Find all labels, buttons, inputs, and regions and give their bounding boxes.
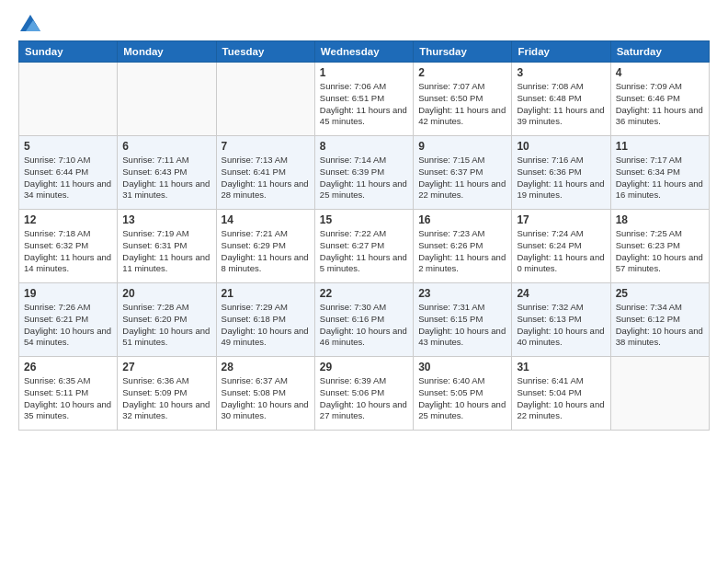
day-number: 9 [418,140,506,153]
day-info: Sunrise: 7:08 AM Sunset: 6:48 PM Dayligh… [517,81,605,128]
day-number: 11 [616,140,704,153]
day-info: Sunrise: 7:19 AM Sunset: 6:31 PM Dayligh… [122,228,210,275]
day-number: 5 [24,140,112,153]
calendar-header-row: SundayMondayTuesdayWednesdayThursdayFrid… [19,41,710,63]
day-number: 16 [418,213,506,226]
calendar-cell [216,63,314,136]
day-number: 31 [517,361,605,373]
day-number: 29 [320,361,408,373]
logo [18,15,40,31]
calendar-cell [19,63,118,136]
day-info: Sunrise: 7:11 AM Sunset: 6:43 PM Dayligh… [122,155,210,201]
day-number: 13 [122,213,210,226]
day-info: Sunrise: 7:17 AM Sunset: 6:34 PM Dayligh… [616,155,704,201]
calendar-cell: 7Sunrise: 7:13 AM Sunset: 6:41 PM Daylig… [216,136,314,210]
day-number: 10 [517,140,605,153]
calendar-cell: 19Sunrise: 7:26 AM Sunset: 6:21 PM Dayli… [19,283,118,357]
day-header-monday: Monday [118,41,216,63]
calendar-cell: 14Sunrise: 7:21 AM Sunset: 6:29 PM Dayli… [216,210,314,283]
day-number: 7 [222,140,310,153]
day-info: Sunrise: 7:28 AM Sunset: 6:20 PM Dayligh… [122,302,210,349]
day-info: Sunrise: 7:32 AM Sunset: 6:13 PM Dayligh… [517,302,605,349]
day-info: Sunrise: 7:15 AM Sunset: 6:37 PM Dayligh… [418,155,506,201]
day-number: 28 [222,361,310,373]
day-header-wednesday: Wednesday [314,41,413,63]
day-number: 26 [24,361,112,373]
calendar-cell: 15Sunrise: 7:22 AM Sunset: 6:27 PM Dayli… [314,210,413,283]
header [18,15,710,31]
calendar-cell: 1Sunrise: 7:06 AM Sunset: 6:51 PM Daylig… [314,63,413,136]
day-number: 24 [517,287,605,300]
calendar-cell [118,63,216,136]
day-info: Sunrise: 7:31 AM Sunset: 6:15 PM Dayligh… [418,302,506,349]
calendar-cell: 5Sunrise: 7:10 AM Sunset: 6:44 PM Daylig… [19,136,118,210]
day-info: Sunrise: 6:40 AM Sunset: 5:05 PM Dayligh… [418,375,506,422]
day-info: Sunrise: 7:16 AM Sunset: 6:36 PM Dayligh… [517,155,605,201]
day-info: Sunrise: 7:09 AM Sunset: 6:46 PM Dayligh… [616,81,704,128]
calendar-cell: 3Sunrise: 7:08 AM Sunset: 6:48 PM Daylig… [512,63,610,136]
day-number: 3 [517,66,605,79]
calendar-cell: 18Sunrise: 7:25 AM Sunset: 6:23 PM Dayli… [610,210,709,283]
day-header-tuesday: Tuesday [216,41,314,63]
day-info: Sunrise: 7:22 AM Sunset: 6:27 PM Dayligh… [320,228,408,275]
calendar-cell: 23Sunrise: 7:31 AM Sunset: 6:15 PM Dayli… [414,283,512,357]
week-row-5: 26Sunrise: 6:35 AM Sunset: 5:11 PM Dayli… [19,357,710,431]
calendar-cell: 22Sunrise: 7:30 AM Sunset: 6:16 PM Dayli… [314,283,413,357]
day-number: 1 [320,66,408,79]
day-number: 22 [320,287,408,300]
week-row-2: 5Sunrise: 7:10 AM Sunset: 6:44 PM Daylig… [19,136,710,210]
calendar-cell [610,357,709,431]
day-info: Sunrise: 7:26 AM Sunset: 6:21 PM Dayligh… [24,302,112,349]
calendar-cell: 10Sunrise: 7:16 AM Sunset: 6:36 PM Dayli… [512,136,610,210]
calendar-cell: 21Sunrise: 7:29 AM Sunset: 6:18 PM Dayli… [216,283,314,357]
calendar-cell: 27Sunrise: 6:36 AM Sunset: 5:09 PM Dayli… [118,357,216,431]
day-info: Sunrise: 7:23 AM Sunset: 6:26 PM Dayligh… [418,228,506,275]
calendar-cell: 26Sunrise: 6:35 AM Sunset: 5:11 PM Dayli… [19,357,118,431]
day-number: 14 [222,213,310,226]
week-row-3: 12Sunrise: 7:18 AM Sunset: 6:32 PM Dayli… [19,210,710,283]
calendar-cell: 30Sunrise: 6:40 AM Sunset: 5:05 PM Dayli… [414,357,512,431]
day-number: 27 [122,361,210,373]
day-number: 23 [418,287,506,300]
calendar-cell: 25Sunrise: 7:34 AM Sunset: 6:12 PM Dayli… [610,283,709,357]
calendar-cell: 29Sunrise: 6:39 AM Sunset: 5:06 PM Dayli… [314,357,413,431]
day-info: Sunrise: 6:39 AM Sunset: 5:06 PM Dayligh… [320,375,408,422]
day-number: 18 [616,213,704,226]
calendar-cell: 6Sunrise: 7:11 AM Sunset: 6:43 PM Daylig… [118,136,216,210]
day-info: Sunrise: 7:18 AM Sunset: 6:32 PM Dayligh… [24,228,112,275]
day-info: Sunrise: 7:29 AM Sunset: 6:18 PM Dayligh… [222,302,310,349]
page: SundayMondayTuesdayWednesdayThursdayFrid… [0,0,728,563]
calendar-cell: 8Sunrise: 7:14 AM Sunset: 6:39 PM Daylig… [314,136,413,210]
day-info: Sunrise: 7:24 AM Sunset: 6:24 PM Dayligh… [517,228,605,275]
day-header-friday: Friday [512,41,610,63]
day-info: Sunrise: 7:25 AM Sunset: 6:23 PM Dayligh… [616,228,704,275]
day-info: Sunrise: 7:06 AM Sunset: 6:51 PM Dayligh… [320,81,408,128]
day-info: Sunrise: 6:36 AM Sunset: 5:09 PM Dayligh… [122,375,210,422]
day-number: 25 [616,287,704,300]
day-info: Sunrise: 7:07 AM Sunset: 6:50 PM Dayligh… [418,81,506,128]
calendar-cell: 11Sunrise: 7:17 AM Sunset: 6:34 PM Dayli… [610,136,709,210]
week-row-1: 1Sunrise: 7:06 AM Sunset: 6:51 PM Daylig… [19,63,710,136]
calendar: SundayMondayTuesdayWednesdayThursdayFrid… [18,40,710,431]
day-info: Sunrise: 7:14 AM Sunset: 6:39 PM Dayligh… [320,155,408,201]
logo-icon [20,15,40,31]
calendar-cell: 28Sunrise: 6:37 AM Sunset: 5:08 PM Dayli… [216,357,314,431]
day-number: 30 [418,361,506,373]
calendar-cell: 4Sunrise: 7:09 AM Sunset: 6:46 PM Daylig… [610,63,709,136]
day-info: Sunrise: 7:13 AM Sunset: 6:41 PM Dayligh… [222,155,310,201]
day-number: 6 [122,140,210,153]
calendar-cell: 24Sunrise: 7:32 AM Sunset: 6:13 PM Dayli… [512,283,610,357]
day-info: Sunrise: 7:21 AM Sunset: 6:29 PM Dayligh… [222,228,310,275]
day-info: Sunrise: 6:41 AM Sunset: 5:04 PM Dayligh… [517,375,605,422]
calendar-cell: 9Sunrise: 7:15 AM Sunset: 6:37 PM Daylig… [414,136,512,210]
day-number: 20 [122,287,210,300]
day-number: 15 [320,213,408,226]
calendar-cell: 20Sunrise: 7:28 AM Sunset: 6:20 PM Dayli… [118,283,216,357]
day-number: 12 [24,213,112,226]
calendar-cell: 17Sunrise: 7:24 AM Sunset: 6:24 PM Dayli… [512,210,610,283]
day-info: Sunrise: 7:34 AM Sunset: 6:12 PM Dayligh… [616,302,704,349]
calendar-cell: 31Sunrise: 6:41 AM Sunset: 5:04 PM Dayli… [512,357,610,431]
day-header-saturday: Saturday [610,41,709,63]
calendar-cell: 13Sunrise: 7:19 AM Sunset: 6:31 PM Dayli… [118,210,216,283]
day-number: 2 [418,66,506,79]
